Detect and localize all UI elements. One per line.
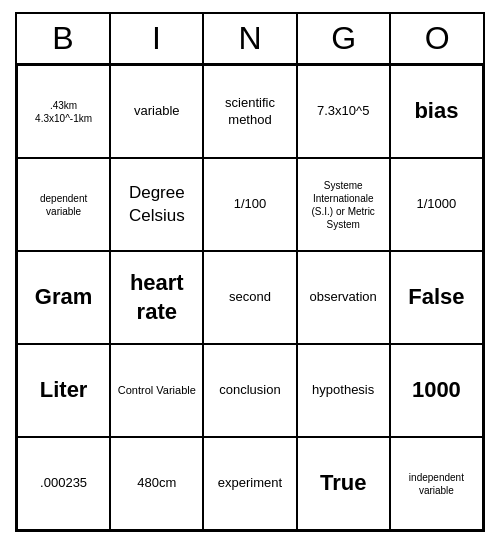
bingo-cell-19: 1000 [390, 344, 483, 437]
header-letter-O: O [391, 14, 483, 63]
bingo-cell-9: 1/1000 [390, 158, 483, 251]
bingo-cell-18: hypothesis [297, 344, 390, 437]
bingo-cell-2: scientific method [203, 65, 296, 158]
bingo-cell-14: False [390, 251, 483, 344]
bingo-cell-3: 7.3x10^5 [297, 65, 390, 158]
bingo-cell-21: 480cm [110, 437, 203, 530]
bingo-cell-6: Degree Celsius [110, 158, 203, 251]
header-letter-N: N [204, 14, 298, 63]
bingo-cell-20: .000235 [17, 437, 110, 530]
bingo-grid: .43km4.3x10^-1kmvariablescientific metho… [15, 63, 485, 532]
bingo-card: BINGO .43km4.3x10^-1kmvariablescientific… [15, 12, 485, 532]
bingo-cell-4: bias [390, 65, 483, 158]
header-letter-B: B [17, 14, 111, 63]
bingo-cell-23: True [297, 437, 390, 530]
bingo-cell-17: conclusion [203, 344, 296, 437]
bingo-cell-11: heart rate [110, 251, 203, 344]
bingo-cell-24: independent variable [390, 437, 483, 530]
bingo-cell-15: Liter [17, 344, 110, 437]
bingo-cell-13: observation [297, 251, 390, 344]
header-letter-I: I [111, 14, 205, 63]
bingo-cell-10: Gram [17, 251, 110, 344]
bingo-cell-7: 1/100 [203, 158, 296, 251]
bingo-cell-5: dependent variable [17, 158, 110, 251]
bingo-cell-0: .43km4.3x10^-1km [17, 65, 110, 158]
bingo-header: BINGO [15, 12, 485, 63]
bingo-cell-8: Systeme Internationale (S.I.) or Metric … [297, 158, 390, 251]
bingo-cell-1: variable [110, 65, 203, 158]
bingo-cell-12: second [203, 251, 296, 344]
bingo-cell-16: Control Variable [110, 344, 203, 437]
header-letter-G: G [298, 14, 392, 63]
bingo-cell-22: experiment [203, 437, 296, 530]
